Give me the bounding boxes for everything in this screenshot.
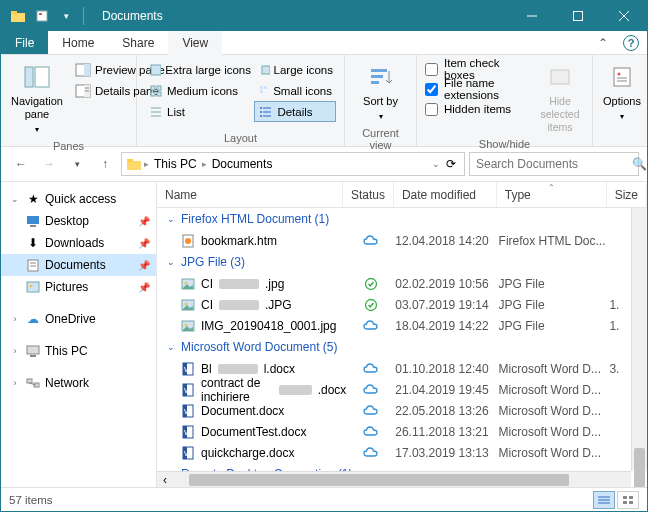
file-icon — [181, 277, 195, 291]
help-icon[interactable]: ? — [623, 35, 639, 51]
svg-rect-20 — [151, 92, 155, 96]
tree-documents[interactable]: Documents📌 — [1, 254, 156, 276]
address-dropdown-icon[interactable]: ⌄ — [432, 159, 440, 169]
navigation-pane-label: Navigation pane — [11, 95, 63, 121]
item-check-boxes-toggle[interactable]: Item check boxes — [425, 59, 530, 79]
col-size[interactable]: Size — [607, 182, 647, 207]
details-view-button[interactable] — [593, 491, 615, 509]
layout-medium[interactable]: Medium icons — [145, 80, 254, 101]
vertical-scrollbar[interactable] — [631, 208, 647, 471]
file-row[interactable]: Wquickcharge.docx17.03.2019 13:13Microso… — [157, 442, 647, 463]
group-header[interactable]: ⌄Firefox HTML Document (1) — [157, 208, 647, 230]
hide-selected-button[interactable]: Hide selected items — [536, 59, 584, 136]
svg-point-65 — [185, 323, 188, 326]
svg-rect-21 — [157, 92, 161, 96]
svg-rect-2 — [37, 11, 47, 21]
forward-button[interactable]: → — [37, 152, 61, 176]
layout-extra-large[interactable]: Extra large icons — [145, 59, 255, 80]
crumb-thispc[interactable]: This PC — [151, 157, 200, 171]
file-row[interactable]: Wcontract de inchiriere.docx21.04.2019 1… — [157, 379, 647, 400]
crumb-documents[interactable]: Documents — [209, 157, 276, 171]
navigation-pane-button[interactable]: Navigation pane ▾ — [9, 59, 65, 138]
maximize-button[interactable] — [555, 1, 601, 31]
tab-home[interactable]: Home — [48, 31, 108, 54]
svg-rect-24 — [260, 90, 263, 93]
layout-details[interactable]: Details — [254, 101, 336, 122]
col-type[interactable]: ⌃Type — [497, 182, 607, 207]
up-button[interactable]: ↑ — [93, 152, 117, 176]
tree-desktop[interactable]: Desktop📌 — [1, 210, 156, 232]
layout-list[interactable]: List — [145, 101, 254, 122]
horizontal-scrollbar[interactable]: ‹ — [157, 471, 631, 487]
tree-downloads[interactable]: ⬇Downloads📌 — [1, 232, 156, 254]
search-box[interactable]: 🔍 — [469, 152, 639, 176]
svg-rect-5 — [574, 12, 583, 21]
group-header[interactable]: ⌄JPG File (3) — [157, 251, 647, 273]
svg-rect-93 — [629, 501, 633, 504]
cloud-status-icon — [363, 320, 379, 332]
col-date[interactable]: Date modified — [394, 182, 497, 207]
cloud-status-icon — [363, 363, 379, 375]
item-count: 57 items — [9, 494, 52, 506]
history-dropdown[interactable]: ▾ — [65, 152, 89, 176]
minimize-button[interactable] — [509, 1, 555, 31]
col-name[interactable]: Name — [157, 182, 343, 207]
cloud-status-icon — [363, 426, 379, 438]
svg-rect-35 — [371, 75, 383, 78]
sort-by-button[interactable]: Sort by ▾ — [353, 59, 408, 125]
properties-icon[interactable] — [31, 5, 53, 27]
hidden-items-toggle[interactable]: Hidden items — [425, 99, 530, 119]
group-header[interactable]: ⌄Microsoft Word Document (5) — [157, 336, 647, 358]
file-row[interactable]: CI.jpg02.02.2019 10:56JPG File — [157, 273, 647, 294]
tree-network[interactable]: ›Network — [1, 372, 156, 394]
search-icon: 🔍 — [632, 157, 647, 171]
file-row[interactable]: CI.JPG03.07.2019 19:14JPG File1. — [157, 294, 647, 315]
layout-small[interactable]: Small icons — [254, 80, 336, 101]
col-status[interactable]: Status — [343, 182, 394, 207]
tab-file[interactable]: File — [1, 31, 48, 54]
svg-rect-53 — [27, 379, 32, 383]
back-button[interactable]: ← — [9, 152, 33, 176]
layout-large[interactable]: Large icons — [255, 59, 337, 80]
window-title: Documents — [94, 9, 509, 23]
refresh-icon[interactable]: ⟳ — [442, 157, 460, 171]
svg-point-59 — [185, 281, 188, 284]
collapse-ribbon-icon[interactable]: ⌃ — [591, 31, 615, 54]
options-button[interactable]: Options ▾ — [601, 59, 643, 125]
tab-share[interactable]: Share — [108, 31, 168, 54]
tab-view[interactable]: View — [168, 31, 222, 54]
tree-pictures[interactable]: Pictures📌 — [1, 276, 156, 298]
close-button[interactable] — [601, 1, 647, 31]
svg-text:W: W — [184, 365, 192, 374]
svg-rect-44 — [27, 216, 39, 224]
svg-rect-42 — [127, 161, 141, 170]
tree-thispc[interactable]: ›This PC — [1, 340, 156, 362]
search-input[interactable] — [476, 157, 626, 171]
svg-point-50 — [30, 285, 33, 288]
pin-icon: 📌 — [138, 260, 150, 271]
sort-by-label: Sort by — [363, 95, 398, 108]
qat-dropdown-icon[interactable]: ▾ — [55, 5, 77, 27]
navigation-tree: ⌄★Quick access Desktop📌 ⬇Downloads📌 Docu… — [1, 182, 157, 487]
svg-rect-16 — [151, 65, 161, 75]
file-list: Name Status Date modified ⌃Type Size ⌄Fi… — [157, 182, 647, 487]
address-bar[interactable]: ▸ This PC ▸ Documents ⌄ ⟳ — [121, 152, 465, 176]
tree-quick-access[interactable]: ⌄★Quick access — [1, 188, 156, 210]
file-ext-toggle[interactable]: File name extensions — [425, 79, 530, 99]
svg-rect-34 — [371, 69, 387, 72]
pin-icon: 📌 — [138, 282, 150, 293]
file-row[interactable]: WDocument.docx22.05.2018 13:26Microsoft … — [157, 400, 647, 421]
svg-rect-92 — [623, 501, 627, 504]
svg-text:W: W — [184, 386, 192, 395]
tree-onedrive[interactable]: ›☁OneDrive — [1, 308, 156, 330]
svg-rect-90 — [623, 496, 627, 499]
file-row[interactable]: IMG_20190418_0001.jpg18.04.2019 14:22JPG… — [157, 315, 647, 336]
icons-view-button[interactable] — [617, 491, 639, 509]
file-row[interactable]: WDocumentTest.docx26.11.2018 13:21Micros… — [157, 421, 647, 442]
svg-text:W: W — [184, 428, 192, 437]
file-row[interactable]: bookmark.htm12.04.2018 14:20Firefox HTML… — [157, 230, 647, 251]
svg-rect-49 — [27, 282, 39, 292]
svg-point-32 — [260, 111, 262, 113]
svg-rect-51 — [27, 346, 39, 354]
svg-rect-36 — [371, 81, 379, 84]
